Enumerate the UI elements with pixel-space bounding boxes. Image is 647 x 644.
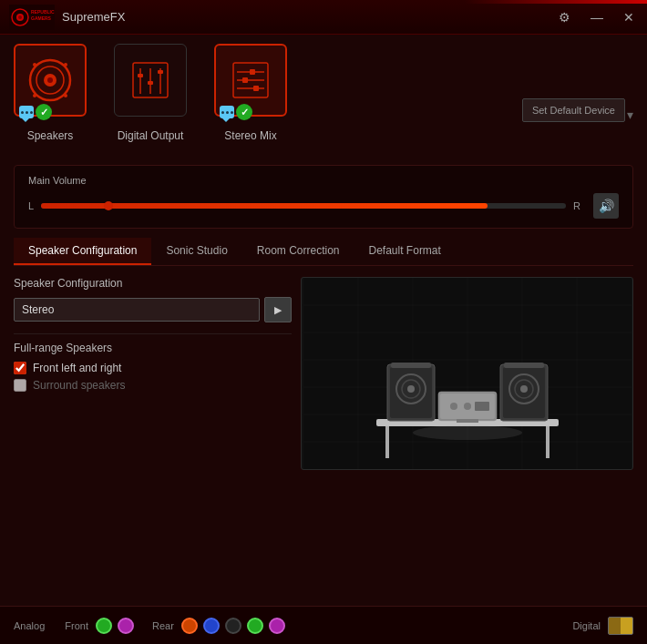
device-digital-output[interactable]: Digital Output	[114, 44, 187, 142]
svg-rect-28	[242, 77, 248, 83]
bottom-bar: Analog Front Rear Digital	[0, 606, 647, 644]
front-lr-row: Front left and right	[14, 362, 292, 374]
main-content: ✓ Speakers Dig	[0, 35, 647, 644]
svg-rect-18	[138, 74, 143, 77]
svg-rect-22	[158, 70, 163, 74]
svg-text:REPUBLIC OF: REPUBLIC OF	[31, 9, 55, 15]
svg-point-10	[47, 77, 53, 83]
front-label: Front	[65, 620, 88, 631]
svg-point-13	[33, 94, 36, 97]
tabs-row: Speaker Configuration Sonic Studio Room …	[14, 238, 633, 266]
speaker-config-section-label: Speaker Configuration	[14, 277, 292, 290]
svg-point-60	[450, 403, 457, 410]
rear-green-connector[interactable]	[247, 618, 263, 634]
tab-speaker-configuration[interactable]: Speaker Configuration	[14, 238, 151, 265]
svg-rect-20	[148, 81, 153, 85]
svg-rect-44	[385, 426, 389, 458]
svg-point-61	[464, 403, 471, 410]
digital-section: Digital	[572, 617, 633, 635]
volume-track[interactable]	[41, 203, 566, 209]
stereo-mix-icon-box: ✓	[214, 44, 287, 117]
full-range-title: Full-range Speakers	[14, 342, 292, 354]
rear-label: Rear	[152, 620, 174, 631]
vol-r-label: R	[573, 200, 580, 211]
surround-label: Surround speakers	[33, 379, 125, 392]
svg-point-11	[33, 63, 36, 66]
analog-label: Analog	[14, 620, 45, 631]
vol-l-label: L	[28, 200, 34, 211]
rear-blue-connector[interactable]	[203, 618, 220, 634]
svg-point-12	[64, 63, 67, 66]
svg-point-50	[407, 385, 415, 393]
chat-bubble-speakers	[19, 106, 34, 118]
svg-rect-26	[250, 69, 255, 75]
front-lr-label[interactable]: Front left and right	[33, 362, 121, 374]
speakers-check: ✓	[36, 104, 52, 120]
svg-point-14	[64, 94, 67, 97]
tab-room-correction[interactable]: Room Correction	[242, 238, 354, 265]
volume-section: Main Volume L R 🔊	[14, 165, 633, 229]
surround-row: Surround speakers	[14, 379, 292, 392]
app-title: SupremeFX	[62, 10, 555, 24]
speakers-status: ✓	[19, 104, 52, 120]
svg-rect-51	[391, 363, 431, 368]
svg-rect-62	[475, 402, 489, 411]
minimize-button[interactable]: —	[587, 8, 607, 26]
stereo-mix-label: Stereo Mix	[224, 129, 276, 142]
volume-thumb[interactable]	[104, 201, 113, 210]
digital-label: Digital	[572, 620, 601, 631]
device-stereo-mix[interactable]: ✓ Stereo Mix	[214, 44, 287, 142]
settings-button[interactable]: ⚙	[555, 8, 574, 26]
digital-output-label: Digital Output	[118, 129, 184, 142]
svg-point-3	[18, 15, 22, 19]
speaker-viz-svg	[303, 278, 632, 469]
speakers-icon-box: ✓	[14, 44, 87, 117]
front-green-connector[interactable]	[96, 618, 112, 634]
stereo-mix-check: ✓	[236, 104, 252, 120]
speaker-visualization	[301, 277, 633, 470]
tab-left-panel: Speaker Configuration Stereo Quadraphoni…	[14, 277, 301, 470]
config-select-row: Stereo Quadraphonic 5.1 Surround 7.1 Sur…	[14, 297, 292, 322]
speaker-config-select[interactable]: Stereo Quadraphonic 5.1 Surround 7.1 Sur…	[14, 298, 260, 322]
front-section: Front	[65, 618, 134, 634]
full-range-section: Full-range Speakers Front left and right…	[14, 333, 292, 392]
stereo-mix-status: ✓	[220, 104, 252, 120]
svg-rect-30	[253, 86, 259, 91]
rear-black-connector[interactable]	[225, 618, 241, 634]
close-button[interactable]: ✕	[620, 8, 638, 26]
tab-sonic-studio[interactable]: Sonic Studio	[151, 238, 241, 265]
volume-mute-button[interactable]: 🔊	[593, 193, 619, 219]
tab-content: Speaker Configuration Stereo Quadraphoni…	[14, 266, 633, 470]
speakers-label: Speakers	[27, 129, 74, 142]
window-controls: ⚙ — ✕	[555, 8, 638, 26]
rog-logo: REPUBLIC OF GAMERS	[9, 5, 55, 30]
titlebar: REPUBLIC OF GAMERS SupremeFX ⚙ — ✕	[0, 0, 647, 35]
tab-default-format[interactable]: Default Format	[354, 238, 456, 265]
rear-orange-connector[interactable]	[181, 618, 198, 634]
digital-output-svg	[126, 56, 175, 105]
svg-point-56	[520, 385, 528, 393]
speakers-svg	[26, 56, 75, 105]
svg-text:GAMERS: GAMERS	[31, 15, 52, 21]
front-lr-checkbox[interactable]	[14, 362, 26, 374]
volume-label: Main Volume	[28, 175, 619, 186]
set-default-device-button[interactable]: Set Default Device	[522, 98, 625, 122]
svg-rect-45	[546, 426, 549, 458]
digital-output-icon-box	[114, 44, 187, 117]
default-device-dropdown-icon[interactable]: ▾	[627, 107, 633, 122]
svg-rect-57	[504, 363, 544, 368]
svg-rect-63	[457, 419, 478, 423]
digital-port-icon[interactable]	[608, 617, 633, 635]
device-speakers[interactable]: ✓ Speakers	[14, 44, 87, 142]
chat-bubble-stereo	[220, 106, 234, 118]
rear-pink-connector[interactable]	[269, 618, 285, 634]
svg-point-64	[413, 425, 522, 440]
surround-checkbox[interactable]	[14, 379, 26, 392]
device-row: ✓ Speakers Dig	[14, 44, 633, 151]
front-pink-connector[interactable]	[118, 618, 134, 634]
test-audio-button[interactable]: ▶	[264, 297, 292, 322]
rear-section: Rear	[152, 618, 285, 634]
stereo-mix-svg	[226, 56, 275, 105]
